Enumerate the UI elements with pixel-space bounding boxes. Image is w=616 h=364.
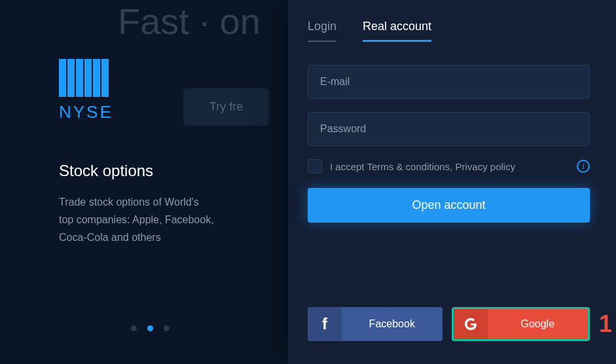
google-label: Google xyxy=(488,318,589,330)
terms-checkbox[interactable] xyxy=(308,159,322,173)
terms-label: I accept Terms & conditions, Privacy pol… xyxy=(330,161,569,172)
carousel-dot-1[interactable] xyxy=(131,325,137,331)
carousel-dot-3[interactable] xyxy=(164,325,170,331)
brand-logo: NYSE xyxy=(59,59,262,122)
logo-bars-icon xyxy=(59,59,262,97)
info-icon[interactable]: i xyxy=(577,160,590,173)
open-account-button[interactable]: Open account xyxy=(308,188,590,223)
password-field[interactable] xyxy=(308,112,590,146)
carousel-dots xyxy=(131,325,170,331)
tab-real-account[interactable]: Real account xyxy=(363,20,431,42)
terms-row: I accept Terms & conditions, Privacy pol… xyxy=(308,159,590,173)
promo-line-1: Trade stock options of World's xyxy=(59,193,262,211)
promo-line-3: Coca-Cola and others xyxy=(59,228,262,246)
facebook-label: Facebook xyxy=(342,318,443,330)
promo-panel: NYSE Stock options Trade stock options o… xyxy=(0,0,288,364)
facebook-icon: f xyxy=(308,307,342,341)
google-login-button[interactable]: Google xyxy=(452,307,590,341)
google-icon xyxy=(454,309,488,339)
email-field[interactable] xyxy=(308,65,590,99)
tab-login[interactable]: Login xyxy=(308,20,336,42)
auth-panel: Login Real account I accept Terms & cond… xyxy=(288,0,616,364)
promo-line-2: top companies: Apple, Facebook, xyxy=(59,211,262,228)
promo-title: Stock options xyxy=(59,162,262,180)
social-buttons-row: f Facebook Google xyxy=(308,307,590,341)
brand-name: NYSE xyxy=(59,102,262,122)
facebook-login-button[interactable]: f Facebook xyxy=(308,307,443,341)
promo-description: Trade stock options of World's top compa… xyxy=(59,193,262,247)
auth-tabs: Login Real account xyxy=(308,20,590,42)
annotation-marker-1: 1 xyxy=(599,310,612,338)
carousel-dot-2[interactable] xyxy=(147,325,153,331)
